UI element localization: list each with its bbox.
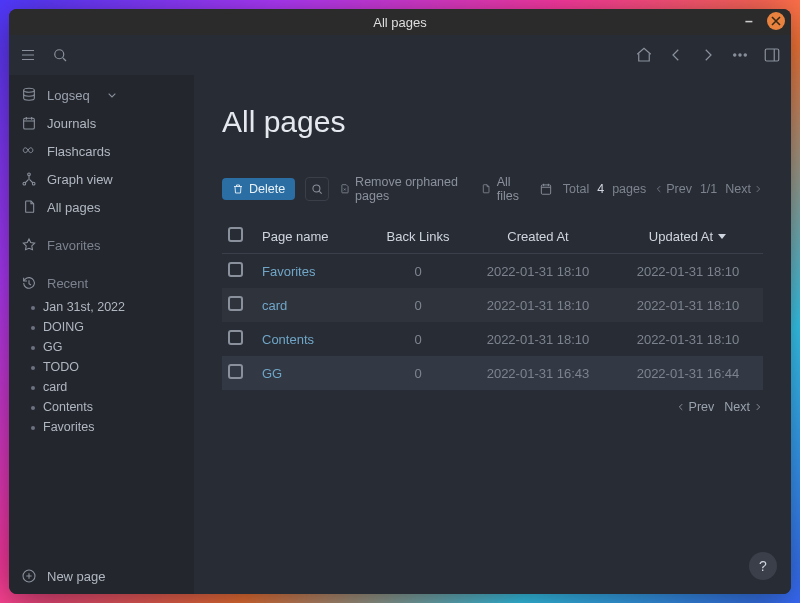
col-backlinks[interactable]: Back Links [373, 219, 463, 254]
svg-point-3 [744, 54, 746, 56]
app-window: All pages – Logseq [9, 9, 791, 594]
page-link[interactable]: GG [262, 366, 282, 381]
row-updated: 2022-01-31 18:10 [613, 322, 763, 356]
total-count: 4 [597, 182, 604, 196]
row-checkbox[interactable] [228, 262, 243, 277]
svg-point-0 [55, 50, 64, 59]
recent-item[interactable]: card [31, 377, 194, 397]
files-icon [480, 182, 491, 196]
svg-point-1 [734, 54, 736, 56]
all-files-label: All files [497, 175, 529, 203]
row-backlinks: 0 [373, 288, 463, 322]
database-icon [21, 87, 37, 103]
main-content: All pages Delete Remove orphaned pages A… [194, 75, 791, 594]
row-checkbox[interactable] [228, 364, 243, 379]
prev-label: Prev [689, 400, 715, 414]
recent-item[interactable]: Jan 31st, 2022 [31, 297, 194, 317]
graph-switcher[interactable]: Logseq [9, 81, 194, 109]
row-updated: 2022-01-31 18:10 [613, 288, 763, 322]
nav-graph-view[interactable]: Graph view [9, 165, 194, 193]
recent-item[interactable]: Contents [31, 397, 194, 417]
svg-rect-12 [541, 185, 550, 194]
all-files-button[interactable]: All files [480, 175, 528, 203]
col-name[interactable]: Page name [256, 219, 373, 254]
menu-icon[interactable] [19, 46, 37, 64]
search-icon[interactable] [51, 46, 69, 64]
recent-heading[interactable]: Recent [9, 269, 194, 297]
recent-item[interactable]: TODO [31, 357, 194, 377]
row-updated: 2022-01-31 16:44 [613, 356, 763, 390]
right-sidebar-toggle-icon[interactable] [763, 46, 781, 64]
row-created: 2022-01-31 16:43 [463, 356, 613, 390]
home-icon[interactable] [635, 46, 653, 64]
row-updated: 2022-01-31 18:10 [613, 254, 763, 289]
row-created: 2022-01-31 18:10 [463, 288, 613, 322]
table-row[interactable]: card02022-01-31 18:102022-01-31 18:10 [222, 288, 763, 322]
next-label: Next [724, 400, 750, 414]
sort-desc-icon [717, 231, 727, 241]
col-updated-label: Updated At [649, 229, 713, 244]
window-minimize-button[interactable]: – [741, 13, 757, 29]
sidebar: Logseq Journals Flashcards Graph view Al… [9, 75, 194, 594]
nav-journals[interactable]: Journals [9, 109, 194, 137]
nav-label: Journals [47, 116, 96, 131]
page-title: All pages [222, 105, 763, 139]
pages-table: Page name Back Links Created At Updated … [222, 219, 763, 390]
recent-item[interactable]: DOING [31, 317, 194, 337]
nav-flashcards[interactable]: Flashcards [9, 137, 194, 165]
title-bar: All pages – [9, 9, 791, 35]
row-checkbox[interactable] [228, 330, 243, 345]
forward-icon[interactable] [699, 46, 717, 64]
svg-point-2 [739, 54, 741, 56]
file-x-icon [339, 182, 350, 196]
infinity-icon [21, 143, 37, 159]
row-created: 2022-01-31 18:10 [463, 254, 613, 289]
search-icon [310, 182, 324, 196]
nav-label: Flashcards [47, 144, 111, 159]
pager-prev-bottom[interactable]: Prev [676, 400, 715, 414]
history-icon [21, 275, 37, 291]
page-link[interactable]: Favorites [262, 264, 315, 279]
remove-orphaned-button[interactable]: Remove orphaned pages [339, 175, 471, 203]
date-picker-button[interactable] [539, 182, 553, 196]
nav-all-pages[interactable]: All pages [9, 193, 194, 221]
new-page-button[interactable]: New page [9, 558, 194, 594]
more-icon[interactable] [731, 46, 749, 64]
recent-item[interactable]: GG [31, 337, 194, 357]
help-button[interactable]: ? [749, 552, 777, 580]
row-backlinks: 0 [373, 356, 463, 390]
calendar-icon [539, 182, 553, 196]
next-label: Next [725, 182, 751, 196]
favorites-heading[interactable]: Favorites [9, 231, 194, 259]
delete-button[interactable]: Delete [222, 178, 295, 200]
svg-point-5 [24, 88, 35, 92]
table-row[interactable]: Contents02022-01-31 18:102022-01-31 18:1… [222, 322, 763, 356]
bottom-pager: Prev Next [222, 400, 763, 414]
new-page-label: New page [47, 569, 106, 584]
recent-list: Jan 31st, 2022DOINGGGTODOcardContentsFav… [9, 297, 194, 437]
row-created: 2022-01-31 18:10 [463, 322, 613, 356]
recent-item[interactable]: Favorites [31, 417, 194, 437]
help-label: ? [759, 558, 767, 574]
table-row[interactable]: Favorites02022-01-31 18:102022-01-31 18:… [222, 254, 763, 289]
svg-rect-6 [24, 118, 35, 129]
select-all-checkbox[interactable] [228, 227, 243, 242]
star-icon [21, 237, 37, 253]
pager-next-bottom[interactable]: Next [724, 400, 763, 414]
col-created[interactable]: Created At [463, 219, 613, 254]
table-row[interactable]: GG02022-01-31 16:432022-01-31 16:44 [222, 356, 763, 390]
back-icon[interactable] [667, 46, 685, 64]
page-link[interactable]: Contents [262, 332, 314, 347]
svg-point-7 [28, 173, 31, 176]
page-link[interactable]: card [262, 298, 287, 313]
window-close-button[interactable] [767, 12, 785, 30]
row-checkbox[interactable] [228, 296, 243, 311]
col-updated[interactable]: Updated At [613, 219, 763, 254]
svg-rect-4 [765, 49, 779, 61]
search-pages-button[interactable] [305, 177, 328, 201]
nav-label: All pages [47, 200, 100, 215]
pager-next[interactable]: Next [725, 182, 763, 196]
pager-prev[interactable]: Prev [654, 182, 692, 196]
row-backlinks: 0 [373, 322, 463, 356]
row-backlinks: 0 [373, 254, 463, 289]
